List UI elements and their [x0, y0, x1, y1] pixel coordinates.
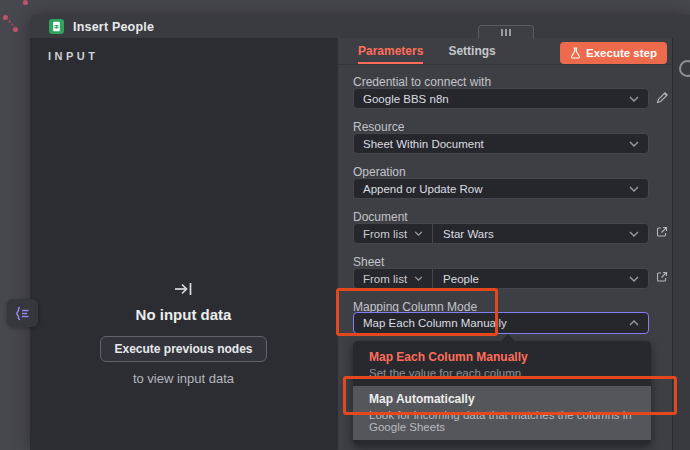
input-panel-heading: INPUT [48, 50, 99, 62]
chevron-up-icon [629, 320, 639, 326]
operation-label: Operation [353, 165, 406, 179]
input-arrow-icon [173, 281, 195, 297]
output-panel-edge [672, 38, 690, 450]
chevron-down-icon [414, 231, 423, 236]
node-title: Insert People [73, 20, 154, 34]
dropdown-option-map-manually[interactable]: Map Each Column Manually Set the value f… [353, 344, 651, 386]
execute-step-button[interactable]: Execute step [560, 42, 667, 64]
grip-icon [501, 29, 503, 36]
parameters-panel: Parameters Settings Execute step Credent… [337, 38, 672, 450]
dropdown-option-map-automatically[interactable]: Map Automatically Look for incoming data… [353, 386, 651, 440]
document-value[interactable]: Star Wars [433, 224, 629, 243]
credential-select[interactable]: Google BBS n8n [353, 88, 649, 109]
panel-drag-handle[interactable] [478, 25, 534, 39]
node-header: Insert People [30, 15, 690, 38]
grip-icon [509, 29, 511, 36]
schema-icon [15, 306, 31, 321]
pencil-icon[interactable] [656, 91, 670, 105]
chevron-down-icon [629, 231, 639, 237]
n8n-node-detail-view: Insert People INPUT No input data Execut [0, 0, 690, 450]
sheet-value[interactable]: People [433, 269, 629, 288]
canvas-connection-line [6, 17, 17, 29]
grip-icon [505, 29, 507, 36]
sheet-label: Sheet [353, 255, 384, 269]
chevron-down-icon [414, 276, 423, 281]
resource-select[interactable]: Sheet Within Document [353, 133, 649, 154]
operation-select[interactable]: Append or Update Row [353, 178, 649, 199]
document-label: Document [353, 210, 408, 224]
mapping-mode-select[interactable]: Map Each Column Manually [353, 312, 649, 334]
chevron-down-icon [629, 96, 639, 102]
tab-settings[interactable]: Settings [448, 38, 495, 64]
mapping-mode-dropdown: Map Each Column Manually Set the value f… [353, 341, 651, 444]
external-link-icon[interactable] [656, 271, 670, 285]
chevron-down-icon [629, 186, 639, 192]
no-input-data-hint: to view input data [133, 371, 234, 386]
canvas-connection-dot [23, 0, 28, 5]
chevron-down-icon [629, 276, 639, 282]
tab-parameters[interactable]: Parameters [358, 38, 423, 64]
google-sheets-icon [49, 19, 64, 34]
document-resource-locator[interactable]: From list Star Wars [353, 223, 649, 244]
input-schema-toggle[interactable] [7, 299, 38, 327]
document-mode-select[interactable]: From list [354, 224, 433, 243]
chevron-down-icon [629, 141, 639, 147]
flask-icon [570, 47, 581, 59]
execute-previous-nodes-button[interactable]: Execute previous nodes [100, 336, 266, 362]
circle-indicator [679, 60, 690, 77]
modal-body: INPUT No input data Execute previous nod… [30, 38, 690, 450]
input-panel: INPUT No input data Execute previous nod… [30, 38, 337, 450]
node-settings-modal: Insert People INPUT No input data Execut [30, 15, 690, 450]
no-input-data-title: No input data [136, 306, 232, 323]
resource-label: Resource [353, 120, 404, 134]
sheet-resource-locator[interactable]: From list People [353, 268, 649, 289]
external-link-icon[interactable] [656, 226, 670, 240]
credential-label: Credential to connect with [353, 75, 491, 89]
sheet-mode-select[interactable]: From list [354, 269, 433, 288]
input-empty-state: No input data Execute previous nodes to … [30, 281, 337, 386]
